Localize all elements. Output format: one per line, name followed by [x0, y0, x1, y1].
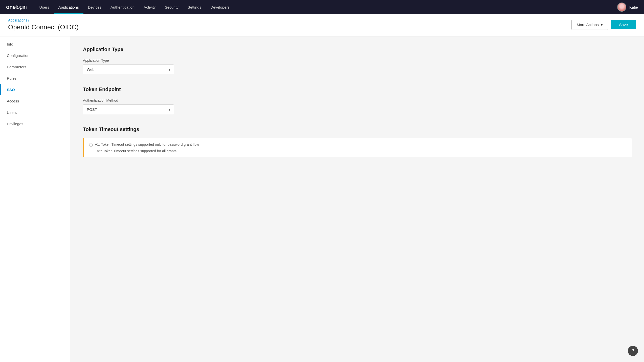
page-title: OpenId Connect (OIDC): [8, 23, 79, 31]
auth-method-wrapper: POST Basic None ▾: [83, 104, 174, 114]
token-endpoint-section: Token Endpoint Authentication Method POS…: [83, 87, 632, 114]
sidebar-item-access[interactable]: Access: [0, 95, 71, 107]
sidebar-item-parameters[interactable]: Parameters: [0, 61, 71, 73]
app-type-label: Application Type: [83, 58, 632, 62]
application-type-section: Application Type Application Type Web Na…: [83, 47, 632, 74]
content-area: Application Type Application Type Web Na…: [71, 36, 644, 362]
breadcrumb[interactable]: Applications /: [8, 18, 79, 22]
username-label: Katie: [629, 5, 638, 9]
sidebar: Info Configuration Parameters Rules SSO …: [0, 36, 71, 362]
app-type-select[interactable]: Web Native/Mobile Single Page App Servic…: [83, 65, 174, 74]
sidebar-item-rules[interactable]: Rules: [0, 73, 71, 84]
token-timeout-title: Token Timeout settings: [83, 126, 632, 132]
save-button[interactable]: Save: [611, 20, 636, 29]
info-row-v1: ⓘ V1: Token Timeout settings supported o…: [89, 142, 627, 147]
more-actions-button[interactable]: More Actions ▾: [571, 20, 608, 30]
token-timeout-section: Token Timeout settings ⓘ V1: Token Timeo…: [83, 126, 632, 157]
app-type-wrapper: Web Native/Mobile Single Page App Servic…: [83, 65, 174, 74]
auth-method-label: Authentication Method: [83, 98, 632, 102]
avatar[interactable]: [617, 3, 626, 12]
auth-method-select[interactable]: POST Basic None: [83, 104, 174, 114]
info-circle-icon: ⓘ: [89, 143, 93, 147]
nav-activity[interactable]: Activity: [139, 0, 160, 14]
nav-devices[interactable]: Devices: [83, 0, 106, 14]
application-type-title: Application Type: [83, 47, 632, 52]
sidebar-item-users[interactable]: Users: [0, 107, 71, 118]
info-row-v2: V2: Token Timeout settings supported for…: [89, 149, 627, 153]
header-left: Applications / OpenId Connect (OIDC): [8, 18, 79, 31]
sidebar-item-sso[interactable]: SSO: [0, 84, 71, 95]
sidebar-item-info[interactable]: Info: [0, 38, 71, 50]
top-navigation: onelogin Users Applications Devices Auth…: [0, 0, 644, 14]
nav-settings[interactable]: Settings: [183, 0, 206, 14]
nav-developers[interactable]: Developers: [206, 0, 234, 14]
nav-links: Users Applications Devices Authenticatio…: [35, 0, 617, 14]
sidebar-item-configuration[interactable]: Configuration: [0, 50, 71, 61]
info-text-v1: V1: Token Timeout settings supported onl…: [95, 142, 199, 146]
main-layout: Info Configuration Parameters Rules SSO …: [0, 36, 644, 362]
chevron-down-icon: ▾: [601, 23, 603, 27]
nav-right: Katie: [617, 3, 638, 12]
page-header: Applications / OpenId Connect (OIDC) Mor…: [0, 14, 644, 36]
nav-users[interactable]: Users: [35, 0, 54, 14]
logo[interactable]: onelogin: [6, 4, 27, 10]
nav-authentication[interactable]: Authentication: [106, 0, 139, 14]
help-button[interactable]: ?: [628, 346, 638, 356]
info-text-v2: V2: Token Timeout settings supported for…: [97, 149, 176, 153]
header-actions: More Actions ▾ Save: [571, 20, 636, 30]
nav-applications[interactable]: Applications: [54, 0, 83, 14]
question-icon: ?: [632, 349, 634, 353]
sidebar-item-privileges[interactable]: Privileges: [0, 118, 71, 130]
nav-security[interactable]: Security: [160, 0, 183, 14]
token-endpoint-title: Token Endpoint: [83, 87, 632, 92]
token-timeout-infobox: ⓘ V1: Token Timeout settings supported o…: [83, 138, 632, 157]
